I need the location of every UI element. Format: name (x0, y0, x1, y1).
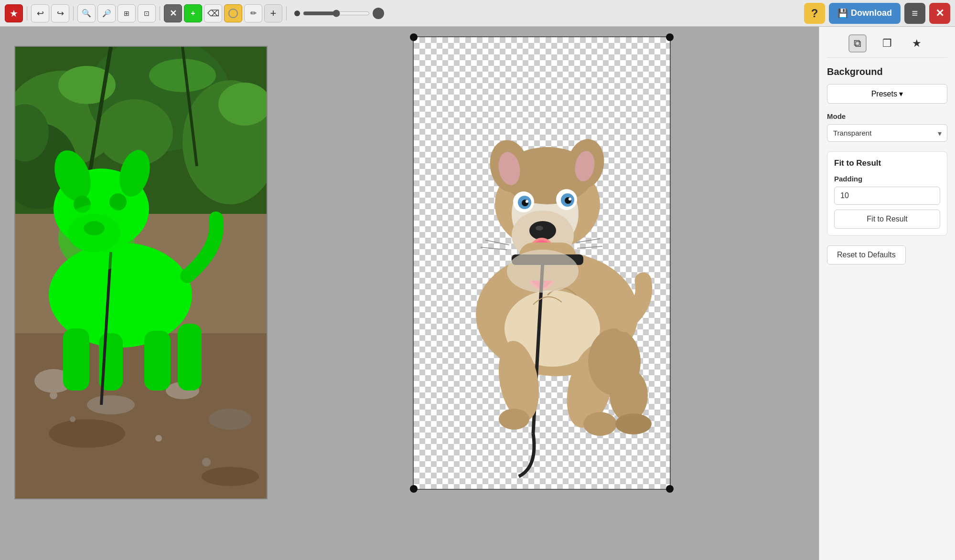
tab-layers[interactable]: ⧉ (848, 34, 867, 53)
layers-icon: ⧉ (854, 37, 861, 50)
zoom-in-button[interactable]: 🔍 (77, 4, 96, 22)
fit-to-result-label: Fit to Result (867, 215, 907, 223)
background-title: Background (827, 66, 947, 77)
svg-point-57 (526, 200, 528, 203)
svg-rect-28 (144, 331, 171, 391)
undo-button[interactable]: ↩ (31, 4, 49, 22)
result-image (414, 37, 672, 491)
svg-point-3 (87, 395, 135, 414)
svg-line-75 (577, 246, 602, 248)
svg-line-73 (481, 247, 507, 250)
svg-rect-29 (178, 324, 202, 391)
fit-to-result-title: Fit to Result (834, 158, 940, 168)
mode-select-wrapper: Transparent White Black Custom Color (827, 124, 947, 142)
svg-point-70 (615, 413, 652, 434)
download-icon: 💾 (837, 8, 848, 19)
padding-input[interactable] (834, 187, 940, 205)
original-image (15, 47, 268, 499)
brush-size-slider[interactable] (303, 10, 370, 17)
brush-size-dot (294, 11, 300, 16)
zoom-fit-icon: ⊞ (124, 10, 129, 17)
svg-point-35 (50, 391, 57, 399)
brush-size-large-dot (373, 8, 384, 19)
undo-icon: ↩ (37, 8, 44, 19)
mode-label: Mode (827, 112, 947, 120)
canvas-area[interactable] (0, 27, 819, 560)
smart-brush-button[interactable]: ✏ (244, 4, 262, 22)
sidebar-tabs: ⧉ ❐ ★ (827, 34, 947, 58)
svg-point-71 (507, 250, 579, 293)
zoom-in-icon: 🔍 (82, 9, 91, 18)
svg-point-37 (155, 435, 162, 442)
svg-point-36 (70, 416, 75, 422)
star-tab-icon: ★ (912, 37, 922, 50)
mode-select[interactable]: Transparent White Black Custom Color (827, 124, 947, 142)
result-panel (413, 36, 671, 490)
svg-line-72 (485, 240, 509, 245)
svg-point-58 (569, 198, 571, 201)
menu-button[interactable]: ≡ (904, 3, 925, 24)
logo-button[interactable]: ★ (5, 4, 23, 22)
tab-favorites[interactable]: ★ (908, 34, 926, 53)
download-button[interactable]: 💾 Download (829, 3, 901, 24)
divider-4 (286, 6, 287, 21)
copy-icon: ❐ (882, 37, 892, 50)
color-picker-button[interactable] (224, 4, 242, 22)
zoom-actual-icon: ⊡ (144, 10, 150, 17)
eraser-icon: ⌫ (207, 8, 219, 19)
close-icon: ✕ (935, 7, 944, 20)
padding-label: Padding (834, 175, 940, 183)
svg-point-34 (202, 467, 259, 486)
cancel-button[interactable]: ✕ (164, 4, 182, 22)
divider-3 (160, 6, 160, 21)
color-circle-icon (228, 9, 238, 18)
main-area: ⧉ ❐ ★ Background Presets ▾ Mode Transpar… (0, 27, 955, 560)
close-button[interactable]: ✕ (929, 3, 950, 24)
divider-1 (27, 6, 27, 21)
redo-button[interactable]: ↪ (51, 4, 69, 22)
handle-bottom-left[interactable] (410, 485, 418, 493)
fit-to-result-section: Fit to Result Padding Fit to Result (827, 151, 947, 236)
handle-bottom-right[interactable] (666, 485, 674, 493)
tab-copy[interactable]: ❐ (878, 34, 896, 53)
zoom-out-button[interactable]: 🔎 (97, 4, 116, 22)
divider-2 (73, 6, 74, 21)
zoom-actual-button[interactable]: ⊡ (138, 4, 156, 22)
cancel-icon: ✕ (170, 8, 177, 19)
svg-point-5 (209, 409, 252, 430)
zoom-fit-button[interactable]: ⊞ (118, 4, 136, 22)
presets-button[interactable]: Presets ▾ (827, 84, 947, 104)
toolbar: ★ ↩ ↪ 🔍 🔎 ⊞ ⊡ ✕ + ⌫ ✏ (0, 0, 955, 27)
handle-top-right[interactable] (666, 33, 674, 41)
download-label: Download (851, 8, 892, 18)
star-icon: ★ (10, 8, 18, 19)
reset-label: Reset to Defaults (837, 251, 896, 259)
zoom-out-icon: 🔎 (102, 9, 111, 18)
svg-point-12 (149, 59, 216, 92)
fit-to-result-button[interactable]: Fit to Result (834, 210, 940, 229)
plus-icon: + (270, 7, 277, 20)
help-button[interactable]: ? (804, 3, 825, 24)
add-button[interactable]: + (264, 4, 282, 22)
svg-point-50 (536, 226, 543, 231)
brush-add-icon: + (191, 9, 195, 18)
redo-icon: ↪ (57, 8, 64, 19)
svg-rect-26 (63, 328, 89, 391)
svg-point-38 (202, 458, 211, 466)
svg-point-32 (49, 419, 125, 448)
svg-point-31 (58, 204, 135, 271)
menu-icon: ≡ (912, 7, 918, 20)
svg-point-33 (139, 441, 225, 465)
presets-label: Presets ▾ (871, 89, 903, 98)
reset-to-defaults-button[interactable]: Reset to Defaults (827, 245, 906, 264)
original-panel (14, 46, 268, 499)
brush-add-button[interactable]: + (184, 4, 202, 22)
brush-size-control (294, 8, 384, 19)
svg-point-65 (583, 412, 617, 436)
toolbar-right: ? 💾 Download ≡ ✕ (804, 3, 950, 24)
svg-point-67 (499, 409, 529, 430)
sidebar: ⧉ ❐ ★ Background Presets ▾ Mode Transpar… (819, 27, 955, 560)
smart-brush-icon: ✏ (250, 9, 257, 18)
eraser-button[interactable]: ⌫ (204, 4, 222, 22)
handle-top-left[interactable] (410, 33, 418, 41)
